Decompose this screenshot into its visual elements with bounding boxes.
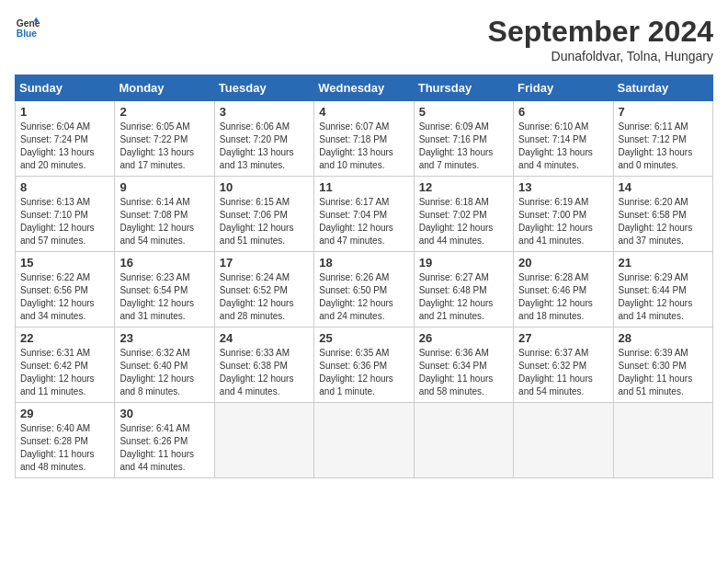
day-info: Sunrise: 6:27 AMSunset: 6:48 PMDaylight:…: [419, 271, 508, 323]
day-info: Sunrise: 6:26 AMSunset: 6:50 PMDaylight:…: [319, 271, 408, 323]
calendar-cell: 15 Sunrise: 6:22 AMSunset: 6:56 PMDaylig…: [16, 252, 115, 327]
day-number: 30: [119, 407, 209, 420]
day-number: 7: [619, 105, 708, 119]
day-number: 26: [419, 331, 508, 345]
day-number: 27: [518, 331, 608, 345]
day-number: 14: [619, 180, 708, 194]
day-info: Sunrise: 6:41 AMSunset: 6:26 PMDaylight:…: [119, 422, 209, 474]
day-number: 5: [419, 105, 508, 119]
day-number: 1: [20, 105, 109, 119]
header-tuesday: Tuesday: [214, 75, 313, 101]
header-monday: Monday: [115, 75, 214, 101]
calendar-cell: 12 Sunrise: 6:18 AMSunset: 7:02 PMDaylig…: [414, 177, 513, 252]
logo-icon: General Blue: [15, 15, 40, 40]
day-number: 16: [119, 256, 209, 270]
day-number: 15: [20, 256, 109, 270]
day-number: 10: [220, 180, 309, 194]
day-info: Sunrise: 6:40 AMSunset: 6:28 PMDaylight:…: [20, 422, 109, 474]
calendar-cell: 8 Sunrise: 6:13 AMSunset: 7:10 PMDayligh…: [16, 177, 115, 252]
day-info: Sunrise: 6:07 AMSunset: 7:18 PMDaylight:…: [319, 121, 408, 172]
calendar-cell: [414, 403, 513, 478]
day-number: 29: [20, 407, 109, 420]
calendar-cell: 26 Sunrise: 6:36 AMSunset: 6:34 PMDaylig…: [414, 327, 513, 403]
day-number: 11: [319, 180, 408, 194]
day-info: Sunrise: 6:11 AMSunset: 7:12 PMDaylight:…: [619, 121, 708, 172]
day-info: Sunrise: 6:37 AMSunset: 6:32 PMDaylight:…: [518, 347, 608, 398]
day-info: Sunrise: 6:14 AMSunset: 7:08 PMDaylight:…: [119, 196, 209, 247]
header-friday: Friday: [514, 75, 613, 101]
calendar-cell: 23 Sunrise: 6:32 AMSunset: 6:40 PMDaylig…: [115, 327, 214, 403]
day-number: 22: [20, 331, 109, 345]
day-info: Sunrise: 6:19 AMSunset: 7:00 PMDaylight:…: [518, 196, 608, 247]
calendar-cell: 6 Sunrise: 6:10 AMSunset: 7:14 PMDayligh…: [514, 101, 613, 177]
day-info: Sunrise: 6:35 AMSunset: 6:36 PMDaylight:…: [319, 347, 408, 398]
header-wednesday: Wednesday: [314, 75, 414, 101]
month-title: September 2024: [488, 15, 713, 49]
calendar-cell: 20 Sunrise: 6:28 AMSunset: 6:46 PMDaylig…: [514, 252, 613, 327]
weekday-header-row: Sunday Monday Tuesday Wednesday Thursday…: [16, 75, 713, 101]
day-number: 3: [220, 105, 309, 119]
calendar-cell: 28 Sunrise: 6:39 AMSunset: 6:30 PMDaylig…: [613, 327, 712, 403]
header-saturday: Saturday: [613, 75, 712, 101]
day-number: 6: [518, 105, 608, 119]
day-number: 23: [119, 331, 209, 345]
calendar-cell: 11 Sunrise: 6:17 AMSunset: 7:04 PMDaylig…: [314, 177, 414, 252]
calendar-week-1: 1 Sunrise: 6:04 AMSunset: 7:24 PMDayligh…: [16, 101, 713, 177]
calendar-cell: 30 Sunrise: 6:41 AMSunset: 6:26 PMDaylig…: [115, 403, 214, 478]
calendar-cell: [613, 403, 712, 478]
calendar-cell: 24 Sunrise: 6:33 AMSunset: 6:38 PMDaylig…: [214, 327, 313, 403]
day-info: Sunrise: 6:17 AMSunset: 7:04 PMDaylight:…: [319, 196, 408, 247]
day-number: 20: [518, 256, 608, 270]
calendar-cell: 29 Sunrise: 6:40 AMSunset: 6:28 PMDaylig…: [16, 403, 115, 478]
calendar-week-4: 22 Sunrise: 6:31 AMSunset: 6:42 PMDaylig…: [16, 327, 713, 403]
day-info: Sunrise: 6:36 AMSunset: 6:34 PMDaylight:…: [419, 347, 508, 398]
calendar-table: Sunday Monday Tuesday Wednesday Thursday…: [15, 75, 713, 478]
day-info: Sunrise: 6:05 AMSunset: 7:22 PMDaylight:…: [119, 121, 209, 172]
calendar-week-3: 15 Sunrise: 6:22 AMSunset: 6:56 PMDaylig…: [16, 252, 713, 327]
day-number: 17: [220, 256, 309, 270]
day-number: 12: [419, 180, 508, 194]
calendar-cell: 7 Sunrise: 6:11 AMSunset: 7:12 PMDayligh…: [613, 101, 712, 177]
day-info: Sunrise: 6:31 AMSunset: 6:42 PMDaylight:…: [20, 347, 109, 398]
day-info: Sunrise: 6:32 AMSunset: 6:40 PMDaylight:…: [119, 347, 209, 398]
calendar-cell: 10 Sunrise: 6:15 AMSunset: 7:06 PMDaylig…: [214, 177, 313, 252]
day-number: 25: [319, 331, 408, 345]
day-number: 21: [619, 256, 708, 270]
calendar-cell: 22 Sunrise: 6:31 AMSunset: 6:42 PMDaylig…: [16, 327, 115, 403]
calendar-cell: [314, 403, 414, 478]
calendar-cell: 1 Sunrise: 6:04 AMSunset: 7:24 PMDayligh…: [16, 101, 115, 177]
calendar-cell: 14 Sunrise: 6:20 AMSunset: 6:58 PMDaylig…: [613, 177, 712, 252]
calendar-cell: 21 Sunrise: 6:29 AMSunset: 6:44 PMDaylig…: [613, 252, 712, 327]
calendar-cell: [514, 403, 613, 478]
svg-text:Blue: Blue: [17, 29, 38, 39]
day-info: Sunrise: 6:10 AMSunset: 7:14 PMDaylight:…: [518, 121, 608, 172]
day-info: Sunrise: 6:06 AMSunset: 7:20 PMDaylight:…: [220, 121, 309, 172]
day-number: 4: [319, 105, 408, 119]
calendar-cell: 4 Sunrise: 6:07 AMSunset: 7:18 PMDayligh…: [314, 101, 414, 177]
day-number: 28: [619, 331, 708, 345]
day-number: 8: [20, 180, 109, 194]
day-info: Sunrise: 6:13 AMSunset: 7:10 PMDaylight:…: [20, 196, 109, 247]
calendar-cell: 2 Sunrise: 6:05 AMSunset: 7:22 PMDayligh…: [115, 101, 214, 177]
header-thursday: Thursday: [414, 75, 513, 101]
day-info: Sunrise: 6:39 AMSunset: 6:30 PMDaylight:…: [619, 347, 708, 398]
day-info: Sunrise: 6:33 AMSunset: 6:38 PMDaylight:…: [220, 347, 309, 398]
page-header: General Blue September 2024 Dunafoldvar,…: [15, 15, 713, 63]
day-info: Sunrise: 6:29 AMSunset: 6:44 PMDaylight:…: [619, 271, 708, 323]
day-number: 19: [419, 256, 508, 270]
logo: General Blue: [15, 15, 40, 40]
calendar-cell: 19 Sunrise: 6:27 AMSunset: 6:48 PMDaylig…: [414, 252, 513, 327]
calendar-cell: 5 Sunrise: 6:09 AMSunset: 7:16 PMDayligh…: [414, 101, 513, 177]
day-info: Sunrise: 6:24 AMSunset: 6:52 PMDaylight:…: [220, 271, 309, 323]
calendar-cell: 17 Sunrise: 6:24 AMSunset: 6:52 PMDaylig…: [214, 252, 313, 327]
day-info: Sunrise: 6:28 AMSunset: 6:46 PMDaylight:…: [518, 271, 608, 323]
calendar-cell: 3 Sunrise: 6:06 AMSunset: 7:20 PMDayligh…: [214, 101, 313, 177]
title-block: September 2024 Dunafoldvar, Tolna, Hunga…: [488, 15, 713, 63]
day-number: 2: [119, 105, 209, 119]
day-number: 9: [119, 180, 209, 194]
day-number: 24: [220, 331, 309, 345]
location: Dunafoldvar, Tolna, Hungary: [488, 49, 713, 63]
calendar-week-5: 29 Sunrise: 6:40 AMSunset: 6:28 PMDaylig…: [16, 403, 713, 478]
day-info: Sunrise: 6:22 AMSunset: 6:56 PMDaylight:…: [20, 271, 109, 323]
calendar-cell: 9 Sunrise: 6:14 AMSunset: 7:08 PMDayligh…: [115, 177, 214, 252]
